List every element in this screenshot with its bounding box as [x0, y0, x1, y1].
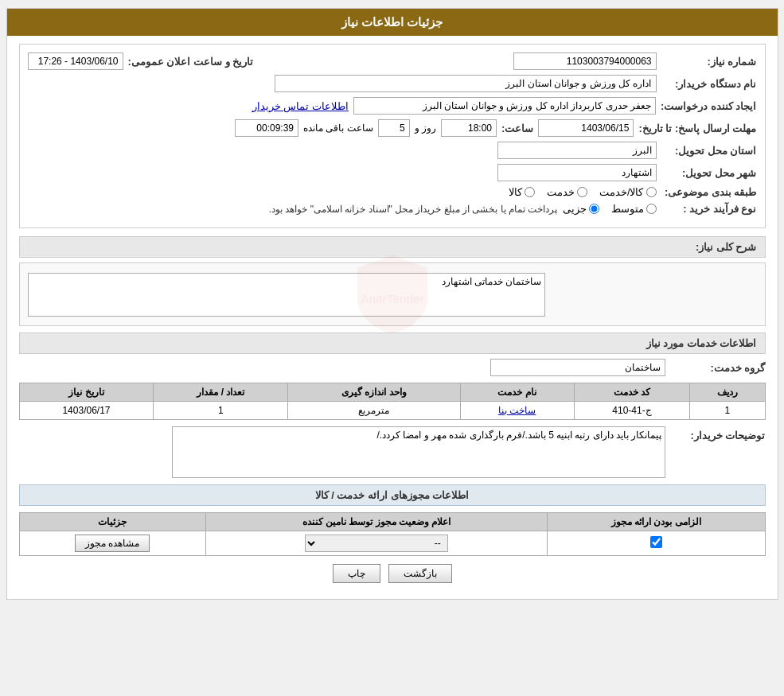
contact-link[interactable]: اطلاعات تماس خریدار — [252, 100, 349, 112]
need-number-label: شماره نیاز: — [661, 56, 757, 68]
purchase-notice: پرداخت تمام یا بخشی از مبلغ خریداز محل "… — [269, 204, 558, 215]
back-button[interactable]: بازگشت — [388, 564, 452, 583]
radio-motovaset[interactable] — [646, 204, 657, 214]
requester-org-label: نام دستگاه خریدار: — [661, 78, 757, 90]
deadline-time-label: ساعت: — [501, 122, 533, 134]
requester-org-input — [275, 75, 657, 92]
city-label: شهر محل تحویل: — [661, 167, 757, 179]
creator-label: ایجاد کننده درخواست: — [661, 100, 757, 112]
license-section-title: اطلاعات مجوزهای ارائه خدمت / کالا — [19, 484, 766, 506]
radio-khadamat[interactable] — [577, 187, 587, 197]
province-input — [497, 142, 657, 159]
category-radio-group: کالا/خدمت خدمت کالا — [509, 186, 657, 198]
col-qty: تعداد / مقدار — [154, 383, 288, 402]
buyer-notes-label: توضیحات خریدار: — [670, 430, 766, 441]
license-table: الزامی بودن ارائه مجوز اعلام وضعیت مجوز … — [19, 512, 766, 556]
radio-khadamat-text: خدمت — [547, 186, 575, 198]
radio-motovaset-text: متوسط — [611, 203, 644, 215]
radio-jozii[interactable] — [589, 204, 599, 214]
service-name-link[interactable]: ساخت بنا — [460, 402, 574, 420]
province-label: استان محل تحویل: — [661, 145, 757, 157]
purchase-type-radio-group: متوسط جزیی — [563, 203, 657, 215]
page-title: جزئیات اطلاعات نیاز — [341, 15, 443, 29]
announce-date-label: تاریخ و ساعت اعلان عمومی: — [128, 56, 254, 68]
purchase-type-label: نوع فرآیند خرید : — [661, 203, 757, 215]
deadline-label: مهلت ارسال پاسخ: تا تاریخ: — [638, 122, 756, 134]
deadline-date-input — [538, 119, 634, 137]
description-textarea[interactable]: ساختمان خدماتی اشتهارد — [28, 273, 545, 317]
view-license-button[interactable]: مشاهده مجوز — [75, 535, 150, 552]
page-header: جزئیات اطلاعات نیاز — [7, 9, 778, 36]
radio-khadamat-label[interactable]: خدمت — [547, 186, 587, 198]
remaining-label: ساعت باقی مانده — [303, 122, 373, 134]
buyer-notes-textarea[interactable]: پیمانکار باید دارای رتبه ابنیه 5 باشد./ف… — [172, 426, 665, 478]
col-announce: اعلام وضعیت مجوز توسط نامین کننده — [205, 513, 547, 531]
services-table: ردیف کد خدمت نام خدمت واحد اندازه گیری ت… — [19, 383, 766, 420]
days-input — [378, 119, 410, 137]
service-group-input — [490, 359, 665, 376]
table-row: -- مشاهده مجوز — [19, 531, 765, 556]
radio-kala[interactable] — [525, 187, 535, 197]
creator-input — [353, 97, 656, 115]
col-unit: واحد اندازه گیری — [288, 383, 460, 402]
days-label: روز و — [415, 122, 436, 134]
announce-date-input — [28, 52, 123, 70]
deadline-time-input — [441, 119, 497, 137]
radio-jozii-text: جزیی — [563, 203, 587, 215]
col-name: نام خدمت — [460, 383, 574, 402]
radio-jozii-label[interactable]: جزیی — [563, 203, 599, 215]
radio-kala-khadamat-label[interactable]: کالا/خدمت — [599, 186, 657, 198]
table-row: 1 ج-41-410 ساخت بنا مترمربع 1 1403/06/17 — [19, 402, 765, 420]
col-row: ردیف — [690, 383, 765, 402]
radio-motovaset-label[interactable]: متوسط — [611, 203, 657, 215]
radio-kala-khadamat[interactable] — [646, 187, 657, 197]
category-label: طبقه بندی موضوعی: — [661, 186, 757, 198]
radio-kala-label[interactable]: کالا — [509, 186, 535, 198]
col-code: کد خدمت — [574, 383, 690, 402]
print-button[interactable]: چاپ — [333, 564, 380, 583]
col-details: جزئیات — [19, 513, 205, 531]
col-date: تاریخ نیاز — [19, 383, 154, 402]
city-input — [497, 164, 657, 181]
service-group-label: گروه خدمت: — [670, 362, 766, 374]
col-required: الزامی بودن ارائه مجوز — [547, 513, 765, 531]
radio-kala-text: کالا — [509, 186, 522, 198]
need-number-input[interactable] — [513, 52, 657, 70]
action-buttons: بازگشت چاپ — [19, 564, 766, 583]
watermark-icon: AnarTender — [349, 251, 436, 338]
svg-text:AnarTender: AnarTender — [361, 292, 424, 305]
license-status-select[interactable]: -- — [305, 535, 448, 552]
license-required-checkbox[interactable] — [650, 536, 662, 548]
radio-kala-khadamat-text: کالا/خدمت — [599, 186, 644, 198]
remaining-time-input — [235, 119, 298, 137]
